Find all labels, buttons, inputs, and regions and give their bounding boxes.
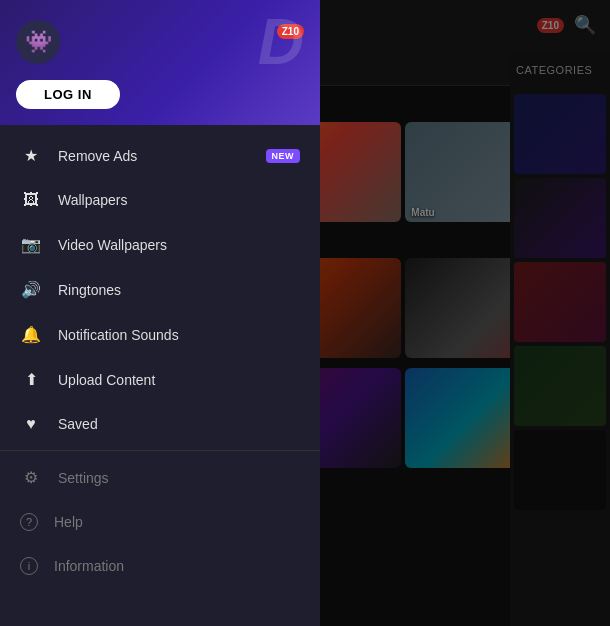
drawer-menu: ★ Remove Ads NEW 🖼 Wallpapers 📷 Video Wa… (0, 125, 320, 626)
drawer-header: D 👾 Z10 LOG IN (0, 0, 320, 125)
ringtones-label: Ringtones (58, 282, 300, 298)
help-label: Help (54, 514, 300, 530)
drawer-item-notification-sounds[interactable]: 🔔 Notification Sounds (0, 312, 320, 357)
new-badge: NEW (266, 149, 301, 163)
settings-icon: ⚙ (20, 468, 42, 487)
drawer-item-upload-content[interactable]: ⬆ Upload Content (0, 357, 320, 402)
information-icon: i (20, 557, 38, 575)
drawer-item-information[interactable]: i Information (0, 544, 320, 588)
drawer-item-video-wallpapers[interactable]: 📷 Video Wallpapers (0, 222, 320, 267)
upload-content-label: Upload Content (58, 372, 300, 388)
side-drawer: D 👾 Z10 LOG IN ★ Remove Ads NEW 🖼 Wallpa… (0, 0, 320, 626)
remove-ads-label: Remove Ads (58, 148, 250, 164)
drawer-item-wallpapers[interactable]: 🖼 Wallpapers (0, 178, 320, 222)
ringtones-icon: 🔊 (20, 280, 42, 299)
upload-icon: ⬆ (20, 370, 42, 389)
video-wallpapers-label: Video Wallpapers (58, 237, 300, 253)
drawer-item-help[interactable]: ? Help (0, 500, 320, 544)
notification-sounds-label: Notification Sounds (58, 327, 300, 343)
login-button[interactable]: LOG IN (16, 80, 120, 109)
drawer-logo-letter: D (258, 10, 304, 74)
wallpapers-icon: 🖼 (20, 191, 42, 209)
video-wallpapers-icon: 📷 (20, 235, 42, 254)
star-icon: ★ (20, 146, 42, 165)
settings-label: Settings (58, 470, 300, 486)
drawer-item-saved[interactable]: ♥ Saved (0, 402, 320, 446)
saved-icon: ♥ (20, 415, 42, 433)
help-icon: ? (20, 513, 38, 531)
wallpapers-label: Wallpapers (58, 192, 300, 208)
notification-sounds-icon: 🔔 (20, 325, 42, 344)
drawer-app-icon: 👾 (16, 20, 60, 64)
drawer-item-settings[interactable]: ⚙ Settings (0, 455, 320, 500)
drawer-divider (0, 450, 320, 451)
drawer-item-remove-ads[interactable]: ★ Remove Ads NEW (0, 133, 320, 178)
information-label: Information (54, 558, 300, 574)
drawer-item-ringtones[interactable]: 🔊 Ringtones (0, 267, 320, 312)
saved-label: Saved (58, 416, 300, 432)
